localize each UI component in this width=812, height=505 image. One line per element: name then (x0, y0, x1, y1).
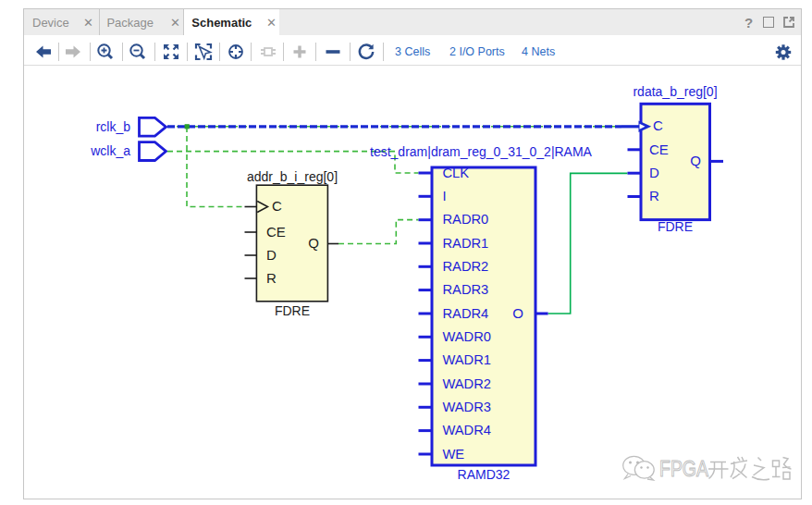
svg-text:O: O (512, 305, 523, 321)
svg-text:Q: Q (308, 235, 319, 251)
svg-text:C: C (272, 198, 282, 214)
svg-text:R: R (649, 188, 659, 203)
svg-text:I: I (443, 189, 447, 203)
svg-text:WADR0: WADR0 (443, 329, 492, 344)
svg-text:C: C (653, 117, 663, 133)
svg-text:CE: CE (649, 142, 669, 157)
svg-text:wclk_a: wclk_a (90, 143, 130, 158)
svg-text:WADR4: WADR4 (443, 423, 492, 437)
svg-text:rclk_b: rclk_b (96, 119, 131, 134)
svg-text:RADR0: RADR0 (443, 212, 489, 227)
svg-text:CE: CE (266, 224, 286, 240)
svg-text:CLK: CLK (443, 166, 470, 180)
svg-text:RADR3: RADR3 (443, 282, 489, 297)
svg-text:D: D (266, 247, 277, 263)
svg-text:addr_b_i_reg[0]: addr_b_i_reg[0] (247, 169, 338, 184)
svg-text:RADR2: RADR2 (443, 259, 489, 274)
svg-text:RADR1: RADR1 (443, 236, 489, 251)
svg-text:FDRE: FDRE (275, 303, 310, 318)
svg-text:WADR3: WADR3 (443, 400, 492, 414)
svg-text:R: R (266, 270, 277, 286)
svg-text:WE: WE (443, 447, 465, 462)
svg-text:Q: Q (690, 153, 701, 168)
svg-text:RAMD32: RAMD32 (458, 467, 511, 482)
svg-text:RADR4: RADR4 (443, 306, 489, 321)
svg-text:test_dram|dram_reg_0_31_0_2|RA: test_dram|dram_reg_0_31_0_2|RAMA (370, 144, 593, 159)
svg-text:D: D (649, 165, 659, 180)
svg-text:WADR1: WADR1 (443, 352, 492, 367)
svg-text:rdata_b_reg[0]: rdata_b_reg[0] (633, 84, 717, 99)
svg-text:WADR2: WADR2 (443, 376, 492, 391)
svg-text:FDRE: FDRE (658, 219, 693, 234)
svg-text:FPGA: FPGA (659, 456, 708, 481)
